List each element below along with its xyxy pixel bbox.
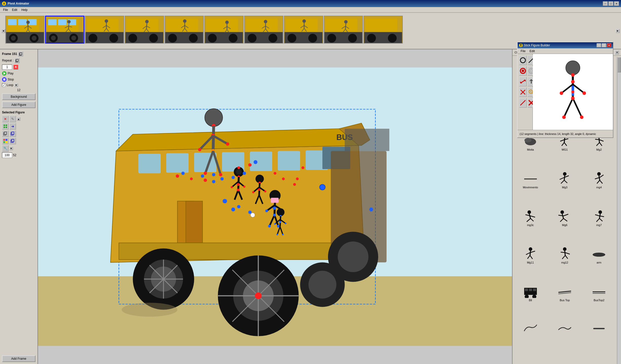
size-input[interactable]: 100 [2, 152, 12, 158]
svg-point-222 [277, 208, 285, 216]
figure-item-bustop2[interactable]: BusTop2 [582, 282, 616, 320]
svg-point-96 [287, 34, 296, 43]
frame-thumb-9[interactable] [324, 16, 363, 44]
svg-point-243 [231, 208, 235, 211]
background-button[interactable]: Background [2, 93, 35, 100]
frame-thumb-8[interactable] [284, 16, 323, 44]
color-grid-button[interactable] [2, 138, 9, 144]
sfb-maximize-button[interactable]: □ [602, 43, 606, 47]
svg-point-31 [71, 35, 76, 40]
copy-frame-button[interactable] [18, 51, 23, 56]
svg-rect-83 [246, 18, 278, 32]
menu-edit[interactable]: Edit [10, 8, 19, 12]
figure-item-mg7[interactable]: mg7 [582, 207, 616, 245]
svg-point-249 [204, 178, 207, 182]
minimize-button[interactable]: ─ [603, 1, 608, 6]
frame-thumb-7[interactable] [244, 16, 283, 44]
sfb-double-arrow-tool[interactable] [519, 77, 527, 86]
scrollbar-thumb[interactable] [617, 57, 621, 72]
svg-point-254 [293, 183, 296, 186]
sfb-close-button[interactable]: ✕ [607, 43, 611, 47]
add-frame-button[interactable]: Add Frame [2, 355, 35, 362]
svg-point-108 [348, 34, 357, 43]
svg-point-179 [198, 148, 201, 151]
figure-item-mg12[interactable]: mg12 [548, 245, 581, 282]
svg-line-333 [565, 255, 568, 259]
delete-figure-button[interactable]: ✕ [2, 116, 9, 122]
play-button[interactable]: Play [2, 71, 35, 76]
figure-item-extra2[interactable] [548, 320, 581, 354]
svg-point-203 [252, 191, 254, 193]
figure-item-mg11[interactable]: Mg11 [514, 245, 547, 282]
repeat-delete-button[interactable]: ✕ [13, 65, 18, 70]
svg-rect-39 [87, 18, 119, 32]
sfb-menu-file[interactable]: File [519, 49, 527, 53]
frame-thumb-6[interactable] [204, 16, 244, 44]
svg-point-63 [168, 34, 177, 43]
frame-thumb-2[interactable] [45, 16, 84, 44]
frame-thumb-1[interactable] [5, 16, 45, 44]
figure-item-movimnento[interactable]: Movimnento [514, 170, 547, 207]
frame-thumb-3[interactable] [85, 16, 124, 44]
svg-point-187 [236, 169, 242, 175]
figure-item-mg6[interactable]: Mg6 [548, 207, 581, 245]
sfb-redx-tool[interactable] [519, 87, 527, 97]
figure-item-mg3c[interactable]: mg3c [514, 207, 547, 245]
menu-help[interactable]: Help [19, 8, 30, 12]
figure-item-bustop[interactable]: Bus Top [548, 282, 581, 320]
frame-thumb-10[interactable] [363, 16, 403, 44]
figure-item-bll[interactable]: Bll [514, 282, 547, 320]
svg-point-86 [268, 34, 277, 43]
scroll-down-btn[interactable]: ▼ [9, 147, 13, 150]
wrench-button[interactable]: 🔧 [2, 145, 9, 152]
loop-scroll-btn[interactable]: ▼ [14, 83, 18, 87]
repeat-copy-button[interactable] [14, 58, 20, 63]
svg-line-285 [564, 143, 567, 146]
frame-number: Frame 151 [2, 52, 17, 56]
sfb-window-controls[interactable]: ─ □ ✕ [597, 43, 611, 47]
menu-file[interactable]: File [1, 8, 10, 12]
add-figure-button[interactable]: Add Figure [2, 102, 35, 108]
window-controls[interactable]: ─ □ ✕ [603, 1, 619, 6]
close-panel-button[interactable]: ✕ [615, 50, 619, 54]
stop-button[interactable]: Stop [2, 77, 35, 82]
svg-point-126 [4, 127, 5, 128]
canvas-area[interactable]: BUS [38, 49, 512, 364]
svg-point-85 [248, 34, 257, 43]
sfb-filled-ring-tool[interactable] [519, 66, 527, 76]
timeline-scroll-left[interactable]: ◄ [1, 29, 5, 33]
svg-line-288 [595, 139, 599, 140]
svg-point-250 [238, 166, 240, 169]
figure-scroll-btn[interactable]: ▲ [17, 117, 20, 121]
right-arrow-button[interactable]: ➔ [9, 123, 16, 130]
svg-point-231 [277, 234, 278, 235]
sfb-redline-tool[interactable] [519, 98, 527, 108]
loop-checkbox[interactable] [2, 83, 6, 87]
sfb-title-text: Stick Figure Builder [524, 44, 550, 47]
timeline-scroll-right[interactable]: ► [616, 29, 620, 33]
paste-color-button[interactable] [9, 138, 16, 144]
sfb-minimize-button[interactable]: ─ [597, 43, 601, 47]
loop-label: Loop [7, 83, 13, 87]
figure-item-mg3[interactable]: Mg3 [548, 170, 581, 207]
svg-point-293 [563, 172, 567, 176]
figure-item-mg4[interactable]: mg4 [582, 170, 616, 207]
copy-small-button[interactable] [2, 130, 9, 137]
edit-figure-button[interactable]: ✎ [9, 116, 16, 122]
figure-item-extra3[interactable] [582, 320, 616, 354]
menu-bar: File Edit Help [0, 7, 621, 13]
maximize-button[interactable]: □ [608, 1, 613, 6]
close-button[interactable]: ✕ [614, 1, 619, 6]
figure-item-extra1[interactable] [514, 320, 547, 354]
sfb-menu-edit[interactable]: Edit [527, 49, 537, 53]
figure-item-arm[interactable]: arm [582, 245, 616, 282]
repeat-input[interactable]: 1 [2, 65, 12, 70]
sfb-circle-tool[interactable] [519, 55, 527, 65]
sfb-body [518, 54, 613, 130]
svg-point-323 [529, 247, 532, 251]
panel-scrollbar[interactable] [617, 57, 621, 364]
frame-thumb-5[interactable] [165, 16, 204, 44]
paste-button[interactable] [9, 130, 16, 137]
frame-thumb-4[interactable] [125, 16, 164, 44]
grid-green-button[interactable] [2, 123, 9, 130]
